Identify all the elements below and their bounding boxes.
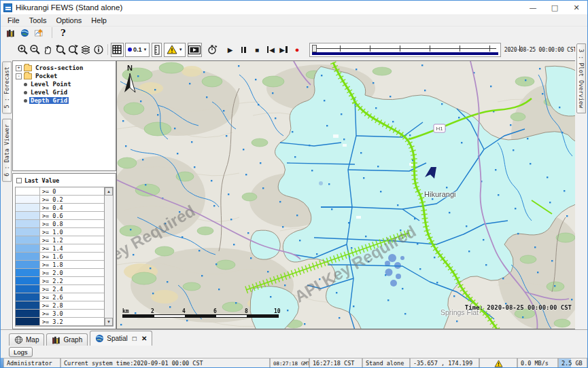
tree-node-label[interactable]: Level Point bbox=[29, 81, 73, 88]
app-window: Hikurangi FEWS (Stand alone) — □ ✕ FileT… bbox=[0, 0, 588, 368]
status-memory[interactable]: 2.5 GB bbox=[558, 358, 587, 368]
zoom-in-button[interactable] bbox=[16, 43, 29, 57]
tree-node-level-point[interactable]: Level Point bbox=[14, 80, 114, 88]
close-panel-icon[interactable]: ✕ bbox=[141, 335, 147, 342]
animation-button[interactable] bbox=[188, 43, 202, 57]
tree-node-label[interactable]: Level Grid bbox=[29, 89, 69, 96]
legend-row[interactable]: >= 0.2 bbox=[16, 196, 104, 204]
legend-row[interactable]: >= 2.8 bbox=[16, 301, 104, 310]
left-dock-tab[interactable]: 5 : Forecast bbox=[2, 61, 12, 113]
folder-icon bbox=[24, 65, 32, 71]
legend-label: >= 1.8 bbox=[40, 261, 104, 268]
legend-row[interactable]: >= 1.4 bbox=[16, 244, 104, 253]
status-local-time: 16:27:18 CST bbox=[309, 358, 362, 368]
legend-row[interactable]: >= 2.2 bbox=[16, 277, 104, 285]
zoom-out-button[interactable] bbox=[29, 43, 42, 57]
help-button[interactable]: ? bbox=[60, 28, 66, 38]
legend-row[interactable]: >= 0 bbox=[16, 187, 104, 196]
time-navigator-button[interactable] bbox=[206, 43, 219, 57]
menu-item[interactable]: Options bbox=[51, 15, 86, 26]
right-dock-tab[interactable]: 3 : Plot Overview bbox=[576, 43, 586, 113]
legend-swatch bbox=[16, 310, 40, 317]
tree-node-cross-section[interactable]: + Cross-section bbox=[14, 64, 114, 72]
svg-text:N: N bbox=[127, 64, 133, 72]
tree-node-level-grid[interactable]: Level Grid bbox=[14, 88, 114, 96]
scale-tick-label: 6 bbox=[213, 308, 217, 314]
zoom-next-button[interactable] bbox=[67, 43, 80, 57]
legend-label: >= 3.0 bbox=[40, 310, 104, 317]
skip-to-start-button[interactable]: ◀ bbox=[264, 43, 277, 56]
timeseries-display-icon[interactable] bbox=[35, 29, 44, 37]
contour-threshold-dropdown[interactable]: 0.1 ▼ bbox=[125, 43, 150, 57]
pause-button[interactable] bbox=[237, 43, 249, 56]
expand-icon[interactable]: + bbox=[16, 65, 22, 71]
legend-row[interactable]: >= 1.0 bbox=[16, 228, 104, 236]
scroll-down-icon[interactable]: ▼ bbox=[105, 318, 113, 326]
main-content: 5 : Forecast6 : Data Viewer + Cross-sect… bbox=[1, 60, 576, 329]
legend-row[interactable]: >= 3.0 bbox=[16, 310, 104, 318]
legend-label: >= 2.4 bbox=[40, 285, 104, 293]
map-time-label: Time: 2020-08-25 00:00:00 CST bbox=[465, 304, 572, 311]
skip-to-end-button[interactable]: ▶ bbox=[278, 43, 290, 56]
tab-map[interactable]: Map bbox=[9, 333, 44, 346]
play-icon: ▶ bbox=[228, 46, 233, 54]
legend-row[interactable]: >= 2.4 bbox=[16, 285, 104, 293]
legend-label: >= 1.6 bbox=[40, 253, 104, 260]
legend-row[interactable]: >= 3.2 bbox=[16, 318, 104, 326]
legend-row[interactable]: >= 1.2 bbox=[16, 236, 104, 244]
legend-row[interactable]: >= 2.0 bbox=[16, 269, 104, 277]
tree-node-pocket[interactable]: - Pocket bbox=[14, 72, 114, 80]
pan-hand-button[interactable] bbox=[41, 43, 54, 57]
tree-node-depth-grid[interactable]: Depth Grid bbox=[14, 96, 114, 105]
tree-node-label[interactable]: Cross-section bbox=[34, 65, 84, 71]
map-canvas[interactable]: H1 bbox=[117, 61, 576, 329]
grid-layer-button[interactable] bbox=[111, 43, 124, 57]
legend-row[interactable]: >= 1.8 bbox=[16, 261, 104, 269]
scroll-up-icon[interactable]: ▲ bbox=[105, 187, 113, 196]
warning-dropdown[interactable]: ▼ bbox=[164, 43, 186, 57]
record-button[interactable]: ● bbox=[291, 43, 303, 56]
zoom-previous-button[interactable] bbox=[54, 43, 67, 57]
layers-button[interactable] bbox=[80, 43, 92, 57]
tree-node-label[interactable]: Pocket bbox=[34, 73, 59, 79]
legend-row[interactable]: >= 2.6 bbox=[16, 293, 104, 301]
legend-swatch bbox=[16, 293, 40, 301]
legend-label: >= 1.0 bbox=[40, 228, 104, 236]
legend-row[interactable]: >= 0.8 bbox=[16, 220, 104, 228]
legend-label: >= 1.4 bbox=[40, 244, 104, 252]
legend-label: >= 2.8 bbox=[40, 301, 104, 309]
database-display-icon[interactable] bbox=[6, 29, 15, 37]
close-button[interactable]: ✕ bbox=[566, 1, 587, 14]
tab-spatial[interactable]: Spatial □ ✕ bbox=[90, 331, 152, 346]
legend-row[interactable]: >= 0.6 bbox=[16, 212, 104, 220]
status-warning-cell[interactable] bbox=[479, 358, 517, 368]
minimize-button[interactable]: — bbox=[522, 1, 544, 14]
time-slider[interactable] bbox=[309, 43, 501, 57]
scale-ruler-button[interactable] bbox=[152, 43, 161, 57]
play-button[interactable]: ▶ bbox=[224, 43, 237, 56]
legend-label: >= 0.8 bbox=[40, 220, 104, 227]
legend-row[interactable]: >= 0.4 bbox=[16, 204, 104, 212]
time-slider-handle[interactable] bbox=[312, 45, 317, 52]
left-dock-tab[interactable]: 6 : Data Viewer bbox=[2, 119, 12, 182]
maximize-button[interactable]: □ bbox=[544, 1, 566, 14]
menu-item[interactable]: Tools bbox=[24, 15, 52, 26]
toolbar-separator bbox=[107, 44, 108, 55]
legend-scrollbar[interactable]: ▲ ▼ bbox=[104, 187, 113, 326]
menu-item[interactable]: Help bbox=[86, 15, 111, 26]
stop-button[interactable]: ■ bbox=[251, 43, 263, 56]
last-value-checkbox[interactable] bbox=[16, 178, 22, 183]
window-controls: — □ ✕ bbox=[522, 1, 587, 14]
legend-row[interactable]: >= 1.6 bbox=[16, 253, 104, 261]
collapse-icon[interactable]: - bbox=[16, 73, 22, 79]
tab-graph[interactable]: Graph bbox=[46, 333, 88, 346]
legend-swatch bbox=[16, 253, 40, 260]
menu-item[interactable]: File bbox=[3, 15, 24, 26]
map-view[interactable]: H1 API Key Required API Key Required N H… bbox=[116, 60, 576, 329]
map-display-icon[interactable] bbox=[20, 29, 29, 37]
restore-panel-icon[interactable]: □ bbox=[133, 335, 137, 342]
info-button[interactable] bbox=[92, 43, 105, 57]
tab-label: Graph bbox=[63, 336, 82, 344]
logs-button[interactable]: Logs bbox=[9, 347, 33, 357]
tree-node-label-selected[interactable]: Depth Grid bbox=[29, 97, 69, 104]
